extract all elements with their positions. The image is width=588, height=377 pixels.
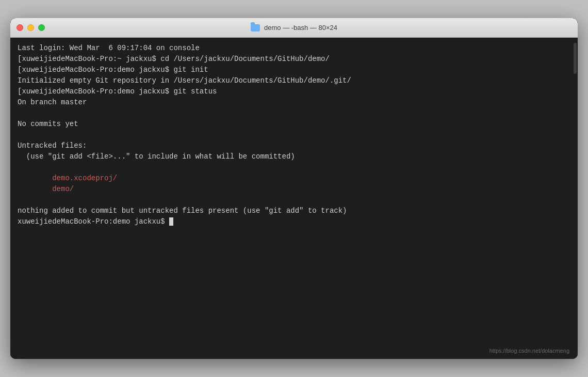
scrollbar[interactable] [574, 43, 577, 74]
terminal-line: On branch master [18, 97, 570, 108]
minimize-button[interactable] [27, 24, 34, 31]
terminal-line: Last login: Wed Mar 6 09:17:04 on consol… [18, 43, 570, 54]
folder-icon [251, 24, 260, 32]
terminal-line-empty [18, 162, 570, 173]
title-area: demo — -bash — 80×24 [251, 24, 337, 32]
terminal-line-empty [18, 108, 570, 119]
terminal-body[interactable]: Last login: Wed Mar 6 09:17:04 on consol… [10, 38, 578, 359]
terminal-line: [xuweijiedeMacBook-Pro:demo jackxu$ git … [18, 65, 570, 75]
terminal-line: No commits yet [18, 119, 570, 130]
terminal-window: demo — -bash — 80×24 Last login: Wed Mar… [10, 18, 578, 359]
terminal-line: (use "git add <file>..." to include in w… [18, 151, 570, 162]
terminal-line: Untracked files: [18, 140, 570, 151]
close-button[interactable] [17, 24, 23, 31]
terminal-line: [xuweijiedeMacBook-Pro:~ jackxu$ cd /Use… [18, 54, 570, 65]
window-title: demo — -bash — 80×24 [264, 24, 337, 32]
terminal-prompt: xuweijiedeMacBook-Pro:demo jackxu$ [18, 216, 570, 227]
terminal-line: nothing added to commit but untracked fi… [18, 206, 570, 216]
titlebar: demo — -bash — 80×24 [10, 18, 578, 38]
terminal-line-red: demo/ [18, 184, 570, 195]
cursor [169, 217, 173, 226]
watermark: https://blog.csdn.net/dolacmeng [489, 347, 569, 355]
traffic-lights [17, 24, 45, 31]
terminal-line: [xuweijiedeMacBook-Pro:demo jackxu$ git … [18, 86, 570, 97]
terminal-line-red: demo.xcodeproj/ [18, 173, 570, 184]
terminal-line-empty [18, 130, 570, 140]
terminal-line-empty [18, 195, 570, 206]
maximize-button[interactable] [38, 24, 45, 31]
terminal-line: Initialized empty Git repository in /Use… [18, 75, 570, 86]
